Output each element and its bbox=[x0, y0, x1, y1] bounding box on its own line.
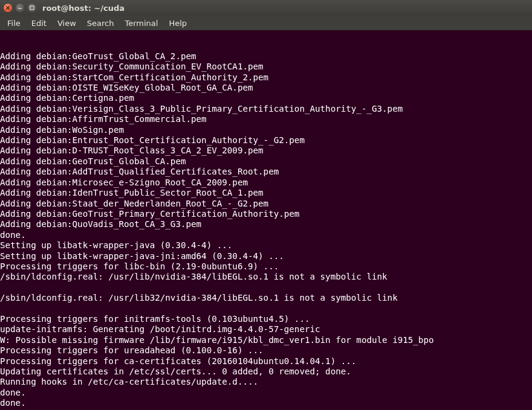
terminal-line: done. bbox=[0, 388, 532, 398]
terminal-line: Adding debian:Security_Communication_EV_… bbox=[0, 62, 532, 72]
terminal-line: Processing triggers for libc-bin (2.19-0… bbox=[0, 261, 532, 272]
menu-view[interactable]: View bbox=[53, 18, 81, 29]
window-titlebar: root@host: ~/cuda bbox=[0, 0, 532, 16]
terminal-line: Adding debian:OISTE_WISeKey_Global_Root_… bbox=[0, 83, 532, 93]
maximize-icon[interactable] bbox=[28, 4, 36, 12]
terminal-line: Adding debian:Staat_der_Nederlanden_Root… bbox=[0, 199, 532, 209]
terminal-line: /sbin/ldconfig.real: /usr/lib/nvidia-384… bbox=[0, 272, 532, 282]
terminal-line: Updating certificates in /etc/ssl/certs.… bbox=[0, 367, 532, 377]
window-controls bbox=[4, 4, 36, 12]
terminal-line: Adding debian:GeoTrust_Global_CA_2.pem bbox=[0, 51, 532, 62]
terminal-line: Adding debian:GeoTrust_Primary_Certifica… bbox=[0, 209, 532, 219]
menu-help[interactable]: Help bbox=[164, 18, 192, 29]
window-title: root@host: ~/cuda bbox=[42, 4, 125, 13]
terminal-line: done. bbox=[0, 230, 532, 240]
terminal-line: Adding debian:QuoVadis_Root_CA_3_G3.pem bbox=[0, 219, 532, 229]
menubar: File Edit View Search Terminal Help bbox=[0, 16, 532, 30]
terminal-line: Adding debian:AddTrust_Qualified_Certifi… bbox=[0, 167, 532, 177]
terminal-line: Setting up libatk-wrapper-java (0.30.4-4… bbox=[0, 240, 532, 251]
menu-terminal[interactable]: Terminal bbox=[120, 18, 163, 29]
terminal-line: Running hooks in /etc/ca-certificates/up… bbox=[0, 377, 532, 387]
terminal-line: Adding debian:D-TRUST_Root_Class_3_CA_2_… bbox=[0, 146, 532, 156]
svg-rect-0 bbox=[30, 6, 34, 10]
terminal-line: W: Possible missing firmware /lib/firmwa… bbox=[0, 335, 532, 345]
terminal-line: Adding debian:Certigna.pem bbox=[0, 93, 532, 103]
terminal-line: Setting up libatk-wrapper-java-jni:amd64… bbox=[0, 251, 532, 261]
terminal-line bbox=[0, 283, 532, 293]
minimize-icon[interactable] bbox=[16, 4, 24, 12]
terminal-line: Adding debian:IdenTrust_Public_Sector_Ro… bbox=[0, 188, 532, 198]
terminal-line: Adding debian:StartCom_Certification_Aut… bbox=[0, 72, 532, 83]
terminal-line: Processing triggers for initramfs-tools … bbox=[0, 314, 532, 324]
terminal-line: Adding debian:AffirmTrust_Commercial.pem bbox=[0, 114, 532, 124]
terminal-line: Processing triggers for ureadahead (0.10… bbox=[0, 345, 532, 356]
terminal-line: Adding debian:Microsec_e-Szigno_Root_CA_… bbox=[0, 178, 532, 188]
terminal-line: done. bbox=[0, 398, 532, 408]
terminal-line: Processing triggers for ca-certificates … bbox=[0, 356, 532, 367]
menu-search[interactable]: Search bbox=[82, 18, 119, 29]
menu-file[interactable]: File bbox=[2, 18, 25, 29]
close-icon[interactable] bbox=[4, 4, 12, 12]
terminal-line: Adding debian:WoSign.pem bbox=[0, 125, 532, 135]
terminal-line: update-initramfs: Generating /boot/initr… bbox=[0, 324, 532, 335]
terminal-viewport[interactable]: Adding debian:GeoTrust_Global_CA_2.pemAd… bbox=[0, 30, 532, 410]
terminal-line: /sbin/ldconfig.real: /usr/lib32/nvidia-3… bbox=[0, 293, 532, 303]
menu-edit[interactable]: Edit bbox=[27, 18, 51, 29]
terminal-line bbox=[0, 304, 532, 314]
terminal-line: Adding debian:Verisign_Class_3_Public_Pr… bbox=[0, 104, 532, 114]
terminal-line: Adding debian:GeoTrust_Global_CA.pem bbox=[0, 156, 532, 167]
terminal-line: Adding debian:Entrust_Root_Certification… bbox=[0, 135, 532, 146]
